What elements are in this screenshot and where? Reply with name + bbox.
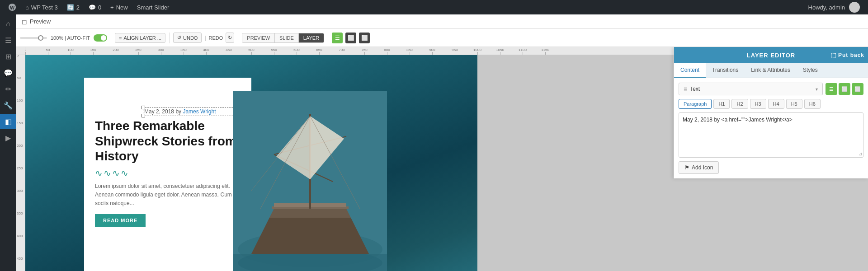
preview-tab-button[interactable]: PREVIEW xyxy=(242,33,275,42)
heading-row: Paragraph H1 H2 H3 H4 H5 H6 xyxy=(679,99,863,109)
wp-sidebar: ⌂ ☰ ⊞ 💬 ✏ 🔧 ◧ ▶ xyxy=(0,14,16,271)
sidebar-icon-grid[interactable]: ⊞ xyxy=(0,49,16,64)
read-more-button[interactable]: READ MORE xyxy=(95,214,146,227)
format-icon-btn-1[interactable]: ☰ xyxy=(826,83,837,95)
avatar xyxy=(849,2,860,13)
resize-handle-tl[interactable] xyxy=(142,106,145,109)
put-back-button[interactable]: ⬚ Put back xyxy=(831,52,864,58)
zoom-slider-thumb[interactable] xyxy=(38,35,43,41)
align-icon: ≡ xyxy=(119,35,122,41)
updates-icon: 🔄 xyxy=(67,4,74,11)
tab-content[interactable]: Content xyxy=(674,63,706,78)
chevron-down-icon: ▾ xyxy=(816,87,818,92)
comments-item[interactable]: 💬 0 xyxy=(84,0,106,14)
sidebar-icon-home[interactable]: ⌂ xyxy=(0,16,16,32)
lines-icon: ≡ xyxy=(684,85,687,93)
text-type-label: Text xyxy=(690,86,700,92)
sidebar-icon-pages[interactable]: ☰ xyxy=(0,33,16,48)
sidebar-icon-comments[interactable]: 💬 xyxy=(0,65,16,80)
ship-image-area xyxy=(233,91,387,271)
h2-button[interactable]: H2 xyxy=(731,99,748,109)
sep3 xyxy=(238,33,238,43)
editor-area: 0 50 100 150 200 250 300 350 400 450 xyxy=(16,47,868,271)
h5-button[interactable]: H5 xyxy=(786,99,802,109)
green-icon-btn-1[interactable]: ☰ xyxy=(332,33,343,43)
svg-marker-5 xyxy=(251,218,369,254)
zoom-control: 100% | AUTO-FIT xyxy=(20,34,107,42)
redo-label: REDO xyxy=(209,35,223,41)
align-layer-button[interactable]: ≡ ALIGN LAYER ... xyxy=(115,33,165,43)
sep1 xyxy=(111,33,111,43)
svg-marker-6 xyxy=(269,209,351,218)
text-type-select[interactable]: ≡ Text ▾ xyxy=(679,83,823,95)
put-back-icon: ⬚ xyxy=(831,52,836,58)
home-icon: ⌂ xyxy=(25,4,29,11)
toolbar: 100% | AUTO-FIT ≡ ALIGN LAYER ... ↺ UNDO… xyxy=(16,29,868,47)
plugin-name-item[interactable]: Smart Slider xyxy=(132,0,174,14)
zoom-label: 100% | AUTO-FIT xyxy=(51,35,90,41)
layer-tab-button[interactable]: LAYER xyxy=(299,33,324,42)
sep2 xyxy=(169,33,170,43)
redo-button[interactable]: ↻ xyxy=(226,33,234,43)
flag-icon: ⚑ xyxy=(684,164,689,171)
resize-handle-bl[interactable] xyxy=(142,114,145,117)
layer-editor-panel: LAYER EDITOR ⬚ Put back Content Transiti… xyxy=(674,47,868,178)
ship-svg xyxy=(233,91,387,271)
h6-button[interactable]: H6 xyxy=(804,99,821,109)
svg-rect-17 xyxy=(233,254,387,271)
howdy-item[interactable]: Howdy, admin xyxy=(804,0,864,14)
auto-fit-toggle[interactable] xyxy=(94,34,107,42)
main-area: ◻ Preview 100% | AUTO-FIT ≡ ALIGN LAYER … xyxy=(16,14,868,271)
content-box: May 2, 2018 by James Wright Three Remark… xyxy=(84,78,251,271)
tab-link-attributes[interactable]: Link & Attributes xyxy=(745,63,797,78)
sep4 xyxy=(328,33,328,43)
undo-redo-sep: | xyxy=(204,35,206,41)
author-link[interactable]: James Wright xyxy=(183,108,216,115)
zoom-slider-track[interactable] xyxy=(20,37,47,39)
sidebar-icon-arrow[interactable]: ▶ xyxy=(0,130,16,145)
format-icon-btn-2[interactable]: ⬜ xyxy=(839,83,850,95)
slide-title: Three Remarkable Shipwreck Stories from … xyxy=(95,118,241,164)
text-editor[interactable]: May 2, 2018 by <a href="">James Wright</… xyxy=(679,112,863,158)
site-title-item[interactable]: ⌂ WP Test 3 xyxy=(21,0,62,14)
sidebar-icon-pen[interactable]: ✏ xyxy=(0,81,16,97)
plus-icon: + xyxy=(110,4,114,11)
layer-editor-title: LAYER EDITOR xyxy=(747,52,795,59)
wave-decoration: ∿∿∿∿ xyxy=(95,168,241,178)
paragraph-button[interactable]: Paragraph xyxy=(679,99,712,109)
slide-tab-button[interactable]: SLIDE xyxy=(275,33,299,42)
tab-transitions[interactable]: Transitions xyxy=(706,63,745,78)
undo-icon: ↺ xyxy=(177,35,181,41)
redo-icon: ↻ xyxy=(228,35,232,41)
slide-canvas: May 2, 2018 by James Wright Three Remark… xyxy=(25,55,477,271)
tab-styles[interactable]: Styles xyxy=(797,63,824,78)
wp-logo-item[interactable]: W xyxy=(4,0,21,14)
h3-button[interactable]: H3 xyxy=(750,99,766,109)
wp-logo-icon: W xyxy=(8,3,16,11)
ruler-corner xyxy=(16,47,25,55)
add-icon-button[interactable]: ⚑ Add Icon xyxy=(679,161,719,174)
layer-editor-tabs: Content Transitions Link & Attributes St… xyxy=(674,63,868,78)
h1-button[interactable]: H1 xyxy=(713,99,730,109)
text-editor-content: May 2, 2018 by <a href="">James Wright</… xyxy=(683,117,793,123)
new-item[interactable]: + New xyxy=(106,0,132,14)
text-type-row: ≡ Text ▾ ☰ ⬜ ⬜ xyxy=(679,83,863,95)
sidebar-icon-layers[interactable]: ◧ xyxy=(0,114,16,129)
h4-button[interactable]: H4 xyxy=(768,99,784,109)
format-icons-group: ☰ ⬜ ⬜ xyxy=(826,83,863,95)
preview-header: ◻ Preview xyxy=(16,14,868,29)
sidebar-icon-wrench[interactable]: 🔧 xyxy=(0,98,16,113)
dark-icon-btn-2[interactable]: ⬜ xyxy=(359,33,370,43)
layer-editor-header: LAYER EDITOR ⬚ Put back xyxy=(674,47,868,63)
slide-excerpt: Lorem ipsum dolor sit amet, consectetuer… xyxy=(95,182,241,208)
dark-icon-btn-1[interactable]: ⬜ xyxy=(345,33,356,43)
vertical-ruler: 0 50 100 150 200 250 300 350 400 450 500 xyxy=(16,55,25,271)
wp-admin-bar: W ⌂ WP Test 3 🔄 2 💬 0 + New Smart Slider… xyxy=(0,0,868,14)
undo-button[interactable]: ↺ UNDO xyxy=(173,33,202,43)
preview-label: Preview xyxy=(30,18,51,25)
svg-text:W: W xyxy=(10,5,15,10)
editor-resize-handle[interactable]: ⊿ xyxy=(859,151,862,156)
updates-item[interactable]: 🔄 2 xyxy=(62,0,84,14)
comments-icon: 💬 xyxy=(89,4,96,11)
format-icon-btn-3[interactable]: ⬜ xyxy=(852,83,863,95)
